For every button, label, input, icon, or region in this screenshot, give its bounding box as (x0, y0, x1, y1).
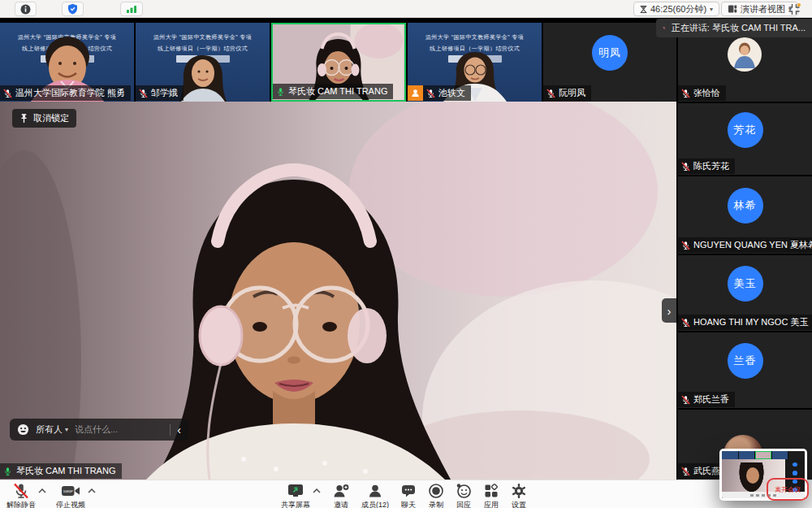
chat-button[interactable]: 聊天 (400, 483, 417, 508)
avatar-initials: 林希 (728, 188, 763, 224)
participant-tile-zhengshilanxiang[interactable]: 兰香 郑氏兰香 (678, 332, 812, 408)
record-label: 录制 (429, 500, 443, 508)
unpin-label: 取消锁定 (33, 112, 69, 124)
network-signal-icon[interactable] (120, 2, 143, 16)
participant-nameplate: HOANG THI MY NGOC 美玉 (678, 315, 812, 330)
meeting-timer-button[interactable]: 46:25(60分钟) ▾ (633, 2, 719, 16)
share-screen-label: 共享屏幕 (281, 500, 310, 508)
settings-button[interactable]: 设置 (511, 483, 527, 508)
participant-name: 张恰恰 (693, 87, 720, 99)
speaking-notification-text: 正在讲话: 琴氏妆 CAM THI TRA... (672, 22, 806, 34)
participant-name: 池轶文 (438, 87, 465, 99)
share-screen-icon (287, 483, 304, 499)
reactions-button[interactable]: 回应 (456, 483, 472, 508)
chat-label: 聊天 (401, 500, 416, 508)
participant-tile-chenshifanghua[interactable]: 芳花 陈氏芳花 (678, 103, 812, 175)
participant-name: 武氏燕 (693, 465, 720, 477)
chat-target-dropdown[interactable]: 所有人 ▾ (36, 423, 68, 436)
meeting-stage: 温州大学 “国际中文教师奖学金” 专项 线上研修项目（一学期）结营仪式 温州大学… (0, 18, 812, 508)
chevron-down-icon: ▾ (65, 426, 68, 433)
participants-icon (367, 483, 383, 499)
participant-nameplate: 阮明凤 (543, 85, 591, 101)
exit-fullscreen-icon[interactable] (783, 2, 806, 16)
zoom-meeting-window: 46:25(60分钟) ▾ 演讲者视图 ▾ 温州大学 “国际中文教师奖学金” 专… (0, 0, 812, 508)
avatar-initials: 明凤 (592, 35, 628, 71)
mic-options-chevron[interactable] (38, 488, 46, 493)
share-options-chevron[interactable] (313, 488, 321, 493)
leave-meeting-label: 离开会议 (775, 485, 801, 494)
main-speaker-video[interactable]: 取消锁定 所有人 ▾ 说点什么... ‹ › 琴氏妆 CAM THI TRANG (0, 102, 676, 480)
participants-button[interactable]: 成员(12) (361, 483, 389, 508)
muted-mic-icon (3, 89, 12, 98)
muted-mic-icon (681, 395, 690, 405)
speaker-nameplate: 琴氏妆 CAM THI TRANG (0, 463, 122, 479)
chat-collapse-icon[interactable]: ‹ (177, 424, 181, 436)
participant-name: NGUYEN QUANG YEN 夏林希 (693, 239, 812, 251)
reactions-label: 回应 (456, 500, 471, 508)
muted-mic-icon (546, 89, 555, 98)
video-tile-chiyiwen[interactable]: 温州大学 “国际中文教师奖学金” 专项 线上研修项目（一学期）结营仪式 池轶文 (408, 23, 542, 102)
apps-button[interactable]: 应用 (483, 483, 499, 508)
video-options-chevron[interactable] (88, 488, 96, 493)
speaking-notification: 正在讲话: 琴氏妆 CAM THI TRA... (656, 19, 812, 37)
participant-name: 温州大学国际教育学院 熊勇 (15, 87, 125, 99)
quick-chat-bar[interactable]: 所有人 ▾ 说点什么... ‹ (10, 419, 188, 441)
participant-nameplate: 邹学娥 (136, 85, 184, 101)
leave-meeting-highlight[interactable]: 离开会议 (767, 478, 809, 501)
participant-nameplate: 郑氏兰香 (678, 392, 735, 407)
participant-tile-nguyen-quang-yen[interactable]: 林希 NGUYEN QUANG YEN 夏林希 (678, 176, 812, 254)
sidebar-expand-icon[interactable]: › (662, 298, 676, 323)
mini-thumbnails-strip (722, 451, 805, 459)
unmute-button[interactable]: 解除静音 (6, 483, 36, 508)
participant-nameplate: 温州大学国际教育学院 熊勇 (0, 85, 131, 101)
speaker-name: 琴氏妆 CAM THI TRANG (16, 465, 115, 477)
video-tile-xiongyong[interactable]: 温州大学 “国际中文教师奖学金” 专项 线上研修项目（一学期）结营仪式 温州大学… (0, 23, 134, 102)
divider (170, 424, 171, 436)
video-tile-cam-thi-trang-active[interactable]: 琴氏妆 CAM THI TRANG (271, 23, 406, 102)
meeting-toolbar: 解除静音 1080P 停止视频 共享屏幕 (0, 480, 812, 508)
unmute-label: 解除静音 (6, 500, 36, 508)
dropdown-caret-icon: ▾ (710, 6, 713, 13)
active-speaker-nameplate: 琴氏妆 CAM THI TRANG (273, 84, 393, 99)
hourglass-icon (640, 5, 647, 14)
invite-label: 邀请 (334, 500, 348, 508)
participant-name: 陈氏芳花 (693, 160, 729, 172)
participant-name: HOANG THI MY NGOC 美玉 (693, 316, 808, 328)
participants-label: 成员(12) (361, 500, 389, 508)
participant-name: 郑氏兰香 (693, 393, 729, 406)
muted-mic-icon (663, 23, 666, 33)
record-icon (428, 483, 444, 499)
camera-icon: 1080P (61, 483, 80, 499)
video-tile-zouxuee[interactable]: 温州大学 “国际中文教师奖学金” 专项 线上研修项目（一学期）结营仪式 邹学娥 (136, 23, 270, 102)
muted-mic-icon (681, 162, 690, 172)
unpin-button[interactable]: 取消锁定 (12, 109, 76, 128)
avatar-initials: 美玉 (728, 266, 763, 302)
settings-label: 设置 (512, 500, 526, 508)
reactions-smiley-icon (456, 483, 472, 499)
security-shield-icon[interactable] (62, 2, 84, 16)
apps-label: 应用 (484, 500, 499, 508)
record-button[interactable]: 录制 (428, 483, 444, 508)
info-icon[interactable] (15, 2, 37, 16)
emoji-icon[interactable] (17, 423, 29, 436)
invite-button[interactable]: 邀请 (332, 483, 350, 508)
muted-mic-icon (139, 89, 148, 98)
chat-target-label: 所有人 (36, 423, 63, 436)
gear-icon (511, 483, 527, 499)
pin-icon (19, 113, 28, 124)
svg-text:1080P: 1080P (63, 489, 73, 493)
participant-nameplate: 池轶文 (423, 85, 471, 101)
participant-nameplate: 张恰恰 (678, 85, 726, 101)
timer-label: 46:25(60分钟) (650, 3, 706, 15)
stop-video-button[interactable]: 1080P 停止视频 (56, 483, 85, 508)
participant-name: 邹学娥 (151, 87, 178, 99)
stop-video-label: 停止视频 (56, 500, 85, 508)
participant-name: 琴氏妆 CAM THI TRANG (288, 85, 387, 98)
active-mic-icon (276, 87, 285, 97)
share-screen-button[interactable]: 共享屏幕 (281, 483, 310, 508)
muted-mic-icon (13, 483, 29, 499)
participant-tile-hoang-thi-my-ngoc[interactable]: 美玉 HOANG THI MY NGOC 美玉 (678, 255, 812, 331)
muted-mic-icon (681, 467, 690, 476)
chat-input-placeholder[interactable]: 说点什么... (75, 423, 118, 436)
muted-mic-icon (426, 89, 435, 98)
